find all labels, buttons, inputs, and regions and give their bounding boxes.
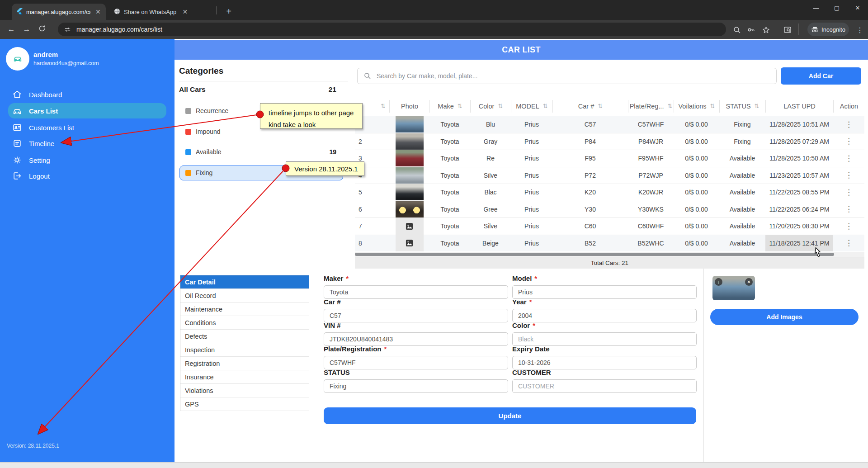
headlights-photo[interactable] [396,201,424,217]
column-header-make[interactable]: Make⇅ [429,100,470,113]
input-expiry-date[interactable]: 10-31-2026 [512,356,697,369]
table-row[interactable]: 2ToyotaGrayPriusP84P84WJR0/$ 0.00Fixing1… [355,133,864,150]
sort-icon[interactable]: ⇅ [667,103,672,109]
detail-tab-gps[interactable]: GPS [180,397,309,411]
sidebar-item-customers-list[interactable]: Customers List [0,119,175,136]
input-maker[interactable]: Toyota [324,285,508,299]
input-car-#[interactable]: C57 [324,309,508,322]
input-customer[interactable]: CUSTOMER [512,379,697,393]
column-header-model[interactable]: MODEL⇅ [511,100,552,113]
window-maximize-button[interactable]: ▢ [826,0,847,15]
horizontal-scrollbar[interactable] [355,252,864,257]
scrollbar-thumb[interactable] [355,253,834,256]
detail-tab-maintenance[interactable]: Maintenance [180,303,309,316]
password-key-icon[interactable] [745,24,758,36]
category-item-available[interactable]: Available19 [185,147,342,157]
sidebar-item-label: Timeline [29,140,54,147]
tab-close-icon[interactable]: ✕ [95,8,101,16]
browser-menu-kebab-icon[interactable]: ⋮ [854,24,866,36]
row-action-kebab-icon[interactable]: ⋮ [845,120,853,129]
table-row[interactable]: 7ToyotaSilvePriusC60C60WHF0/$ 0.00Availa… [355,217,864,235]
detail-tab-registration[interactable]: Registration [180,357,309,370]
download-image-icon[interactable]: ↓ [715,278,722,286]
tab-close-icon[interactable]: ✕ [181,8,189,16]
zoom-icon[interactable] [731,24,743,36]
cell-last-upd: 11/28/2025 10:50 AM [765,150,833,167]
sort-icon[interactable]: ⇅ [381,103,386,109]
detail-tab-car-detail[interactable]: Car Detail [180,275,309,289]
column-header-color[interactable]: Color⇅ [470,100,511,113]
blue-car-photo[interactable] [396,116,424,132]
detail-tab-inspection[interactable]: Inspection [180,343,309,357]
input-year[interactable]: 2004 [512,309,697,322]
row-action-kebab-icon[interactable]: ⋮ [845,204,853,214]
window-close-button[interactable]: ✕ [847,0,868,15]
sort-icon[interactable]: ⇅ [458,103,462,109]
sort-icon[interactable]: ⇅ [755,103,760,109]
sort-icon[interactable]: ⇅ [498,103,503,109]
add-car-button[interactable]: Add Car [781,67,861,85]
input-model[interactable]: Prius [512,285,697,299]
detail-tab-oil-record[interactable]: Oil Record [180,289,309,303]
row-action-kebab-icon[interactable]: ⋮ [845,170,853,180]
sidebar-item-timeline[interactable]: Timeline [0,135,175,151]
table-row[interactable]: 1ToyotaBluPriusC57C57WHF0/$ 0.00Fixing11… [355,116,864,133]
bookmark-star-icon[interactable] [760,24,772,36]
detail-tab-violations[interactable]: Violations [180,384,309,397]
reload-icon[interactable] [34,25,50,34]
side-panel-search-icon[interactable] [781,24,794,36]
gray-car-photo[interactable] [396,133,424,150]
input-plate-registration[interactable]: C57WHF [324,356,508,369]
browser-tab-active[interactable]: manager.alugago.com/cars/list ✕ [12,4,106,20]
cell-make: Toyota [429,116,470,133]
detail-tab-insurance[interactable]: Insurance [180,370,309,384]
site-info-icon[interactable] [64,26,71,33]
input-vin-#[interactable]: JTDKB20U840041483 [324,332,508,346]
table-row[interactable]: 8ToyotaBeigePriusB52B52WHC0/$ 0.00Availa… [355,235,864,252]
column-header-car-#[interactable]: Car #⇅ [552,100,628,113]
sidebar-item-logout[interactable]: Logout [0,168,175,184]
new-tab-button[interactable]: + [222,5,235,18]
row-number: 7 [355,218,389,235]
input-color[interactable]: Black [512,332,697,346]
input-status[interactable]: Fixing [324,379,508,393]
table-row[interactable]: 6ToyotaGreePriusY30Y30WKS0/$ 0.00Availab… [355,201,864,218]
sort-icon[interactable]: ⇅ [710,103,715,109]
sidebar-item-cars-list[interactable]: Cars List [0,103,175,119]
row-action-kebab-icon[interactable]: ⋮ [845,137,853,146]
browser-tab-inactive[interactable]: Share on WhatsApp ✕ [109,4,212,20]
sidebar-item-dashboard[interactable]: Dashboard [0,86,175,103]
sort-icon[interactable]: ⇅ [598,103,603,109]
remove-image-icon[interactable]: ✕ [745,278,753,286]
update-button[interactable]: Update [324,407,696,424]
cell-last-upd: 11/22/2025 08:55 PM [765,184,833,201]
category-all-cars[interactable]: All Cars 21 [179,85,342,94]
silver-car-photo[interactable] [396,167,424,184]
row-action-kebab-icon[interactable]: ⋮ [845,222,853,231]
detail-tab-conditions[interactable]: Conditions [180,316,309,330]
sort-icon[interactable]: ⇅ [543,103,548,109]
row-action-kebab-icon[interactable]: ⋮ [845,238,853,248]
column-header-voilations[interactable]: Voilations⇅ [674,100,719,113]
black-car-photo[interactable] [396,184,424,200]
window-minimize-button[interactable]: — [806,0,826,15]
field-label: Maker* [324,274,349,282]
table-row[interactable]: 3ToyotaRePriusF95F95WHF0/$ 0.00Available… [355,150,864,167]
add-images-button[interactable]: Add Images [710,309,859,325]
cell-car-: K20 [552,184,628,201]
address-bar[interactable]: manager.alugago.com/cars/list [58,23,726,36]
back-icon[interactable]: ← [4,25,19,34]
table-row[interactable]: 4ToyotaSilvePriusP72P72WJP0/$ 0.00Availa… [355,167,864,184]
row-action-kebab-icon[interactable]: ⋮ [845,154,853,163]
all-cars-label: All Cars [179,85,206,94]
detail-tab-defects[interactable]: Defects [180,330,309,343]
red-car-photo[interactable] [396,150,424,166]
forward-icon[interactable]: → [19,25,34,34]
table-row[interactable]: 5ToyotaBlacPriusK20K20WJR0/$ 0.00Availab… [355,184,864,201]
row-action-kebab-icon[interactable]: ⋮ [845,188,853,197]
user-name: andrem [33,51,58,58]
sidebar-item-setting[interactable]: Setting [0,152,175,168]
column-header-status[interactable]: STATUS⇅ [719,100,765,113]
search-input[interactable]: Search by Car make, model, plate... [357,68,777,84]
column-header-plate-reg-[interactable]: Plate/Reg...⇅ [628,100,674,113]
